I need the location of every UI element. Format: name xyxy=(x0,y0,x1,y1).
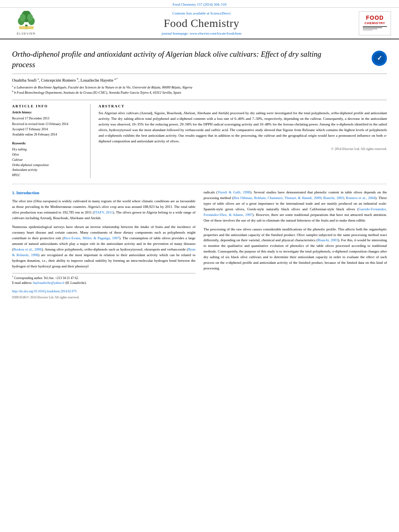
keywords-label: Keywords: xyxy=(12,142,85,145)
food-label: FOOD xyxy=(366,14,384,21)
journal-citation: Food Chemistry 157 (2014) 504–510 xyxy=(173,2,226,6)
elsevier-label: ELSEVIER xyxy=(16,32,35,35)
journal-center-block: Contents lists available at ScienceDirec… xyxy=(44,11,359,35)
affiliation-a: a a Laboratoire de Biochimie Appliquée, … xyxy=(12,85,387,89)
ref-benothman[interactable]: Ben Othman, Roblain, Chammen, Thonart, &… xyxy=(233,196,321,200)
body-para-4: The processing of the raw olives causes … xyxy=(204,227,387,272)
svg-point-4 xyxy=(20,14,26,21)
ref-visioli[interactable]: Visioli & Galli, 1998 xyxy=(218,190,250,194)
keyword-6: HPLC xyxy=(12,173,85,178)
doi-link[interactable]: http://dx.doi.org/10.1016/j.foodchem.201… xyxy=(12,289,195,294)
logo-lines xyxy=(363,26,387,32)
sciencedirect-line: Contents lists available at ScienceDirec… xyxy=(44,11,359,15)
body-para-1: The olive tree (Olea europaea) is widely… xyxy=(12,199,195,221)
article-title: Ortho-diphenol profile and antioxidant a… xyxy=(12,49,342,70)
revised-date: Received in revised form 13 February 201… xyxy=(12,122,85,126)
article-info-abstract-section: ARTICLE INFO Article history: Received 1… xyxy=(12,100,387,178)
article-body: Ortho-diphenol profile and antioxidant a… xyxy=(0,39,399,300)
homepage-url[interactable]: www.elsevier.com/locate/foodchem xyxy=(189,31,241,35)
sciencedirect-link[interactable]: ScienceDirect xyxy=(210,11,230,15)
journal-title: Food Chemistry xyxy=(44,17,359,30)
keyword-3: Cultivar xyxy=(12,158,85,163)
issn-rights: 0308-8146/© 2014 Elsevier Ltd. All right… xyxy=(12,295,195,300)
keyword-2: Olive xyxy=(12,152,85,158)
body-para-3: radicals (Visioli & Galli, 1998). Severa… xyxy=(204,190,387,224)
crossmark-icon: ✓ xyxy=(372,51,387,66)
keyword-1: Dry salting xyxy=(12,147,85,152)
accepted-date: Accepted 17 February 2014 xyxy=(12,127,85,131)
journal-homepage: journal homepage: www.elsevier.com/locat… xyxy=(44,31,359,35)
food-chemistry-logo-inner: FOOD CHEMISTRY xyxy=(363,14,387,32)
keywords-section: Keywords: Dry salting Olive Cultivar Ort… xyxy=(12,142,85,178)
ref-riceevans[interactable]: Rice-Evans, Miller, & Paganga, 1997 xyxy=(64,236,119,240)
footnote-bar: * Corresponding author. Tel./fax: +213 3… xyxy=(12,273,195,286)
authors-line: Ouahiba Soufi a, Concepción Romero b, Lo… xyxy=(12,77,387,82)
article-info-heading: ARTICLE INFO xyxy=(12,104,85,108)
body-col-right: radicals (Visioli & Galli, 1998). Severa… xyxy=(204,190,387,300)
footnote-email[interactable]: haylouaileche@yahoo.fr xyxy=(33,281,65,285)
section-separator xyxy=(12,184,387,184)
abstract-heading: ABSTRACT xyxy=(99,104,387,108)
keyword-5: Antioxidant activity xyxy=(12,168,85,173)
ref-boskou[interactable]: Boskou et al., 2006 xyxy=(13,247,42,251)
journal-citation-bar: Food Chemistry 157 (2014) 504–510 xyxy=(0,0,399,8)
affiliation-b: b b Food Biotechnology Department, Insti… xyxy=(12,90,387,94)
article-title-section: Ortho-diphenol profile and antioxidant a… xyxy=(12,43,387,74)
section-1-title: 1. Introduction xyxy=(12,190,195,196)
keywords-list: Dry salting Olive Cultivar Ortho-dipheno… xyxy=(12,147,85,178)
journal-header: ELSEVIER Contents lists available at Sci… xyxy=(0,8,399,39)
elsevier-logo: ELSEVIER xyxy=(8,11,44,35)
received-date: Received 17 December 2013 xyxy=(12,116,85,121)
article-info-col: ARTICLE INFO Article history: Received 1… xyxy=(12,104,90,178)
body-col-left: 1. Introduction The olive tree (Olea eur… xyxy=(12,190,195,300)
ref-garrido[interactable]: Garrido-Fernández, Fernández-Díez, & Ada… xyxy=(204,207,387,217)
chemistry-label: CHEMISTRY xyxy=(364,21,385,25)
available-date: Available online 26 February 2014 xyxy=(12,132,85,137)
crossmark-badge[interactable]: ✓ xyxy=(372,51,387,66)
abstract-col: ABSTRACT Six Algerian olive cultivars (A… xyxy=(99,104,387,178)
footnote-text: * Corresponding author. Tel./fax: +213 3… xyxy=(12,275,195,286)
body-para-2: Numerous epidemiological surveys have sh… xyxy=(12,224,195,269)
svg-point-5 xyxy=(27,14,33,21)
food-chemistry-logo-box: FOOD CHEMISTRY xyxy=(359,11,391,35)
ref-bianchi2[interactable]: Bianchi, 2003 xyxy=(318,238,338,242)
ref-itafv[interactable]: ITAFV, 2011 xyxy=(94,210,113,214)
ref-bianchi1[interactable]: Bianchi, 2003 xyxy=(323,196,344,200)
abstract-text: Six Algerian olive cultivars (Azeradj, S… xyxy=(99,111,387,144)
article-history-label: Article history: xyxy=(12,111,85,114)
ref-romero[interactable]: Romero et al., 2004 xyxy=(346,196,375,200)
affiliations: a a Laboratoire de Biochimie Appliquée, … xyxy=(12,85,387,94)
svg-text:✓: ✓ xyxy=(377,55,382,62)
body-two-col: 1. Introduction The olive tree (Olea eur… xyxy=(12,190,387,300)
elsevier-tree-icon xyxy=(15,11,37,31)
copyright-line: © 2014 Elsevier Ltd. All rights reserved… xyxy=(99,147,387,151)
keyword-4: Ortho-diphenol composition xyxy=(12,163,85,168)
